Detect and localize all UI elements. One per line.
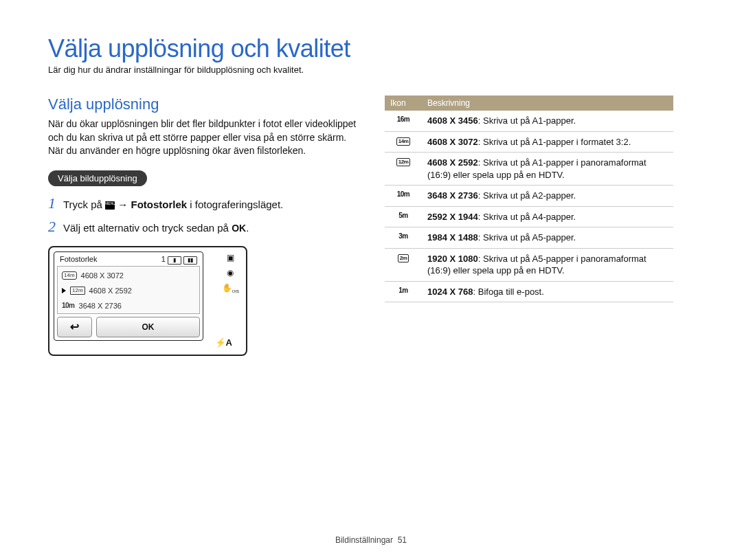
res-mini-icon: 1m	[398, 286, 407, 295]
back-button[interactable]: ↩	[57, 317, 92, 337]
res-label: 4608 X 3072	[81, 271, 124, 280]
res-desc-cell: 1920 X 1080: Skriva ut på A5-papper i pa…	[422, 248, 673, 281]
footer-page-number: 51	[398, 535, 407, 545]
res-desc-cell: 1984 X 1488: Skriva ut på A5-papper.	[422, 227, 673, 249]
res-icon-cell: 1m	[385, 281, 422, 302]
page-title: Välja upplösning och kvalitet	[48, 34, 694, 63]
res-value: 1024 X 768	[427, 287, 473, 297]
res-mini-icon: 12m	[396, 158, 411, 166]
table-row: 1m1024 X 768: Bifoga till e-post.	[385, 281, 673, 302]
res-label: 3648 X 2736	[79, 302, 122, 310]
step-1-pre: Tryck på	[63, 199, 105, 210]
step-2-pre: Välj ett alternativ och tryck sedan på	[63, 222, 232, 234]
page-footer: Bildinställningar 51	[0, 535, 742, 545]
generic-status-icon: ▣	[227, 253, 234, 262]
section-heading: Välja upplösning	[48, 96, 364, 113]
step-1-bold: Fotostorlek	[131, 199, 187, 210]
res-icon-cell: 12m	[385, 153, 422, 186]
res-icon-cell: 2m	[385, 248, 422, 281]
step-1-post: i fotograferingsläget.	[187, 199, 283, 210]
side-icons-column: ▣ ◉ ✋OIS	[222, 253, 239, 293]
res-icon-cell: 10m	[385, 186, 422, 207]
ok-icon: OK	[232, 221, 246, 236]
camera-screenshot: Fotostorlek 1 ▮ ▮▮ 14m 4608 X 3072	[48, 246, 247, 356]
table-row: 2m1920 X 1080: Skriva ut på A5-papper i …	[385, 248, 673, 281]
table-row: 16m4608 X 3456: Skriva ut på A1-papper.	[385, 111, 673, 131]
screenshot-title: Fotostorlek	[60, 255, 97, 265]
sub-heading-pill: Välja bildupplösning	[48, 170, 147, 186]
generic-status-icon: ◉	[227, 268, 234, 278]
screenshot-count: 1	[161, 255, 166, 263]
step-2: 2 Välj ett alternativ och tryck sedan på…	[48, 218, 364, 236]
step-number: 1	[48, 194, 63, 212]
res-mini-icon: 2m	[398, 254, 409, 262]
res-icon: 12m	[70, 287, 85, 295]
list-item[interactable]: 10m 3648 X 2736	[58, 298, 199, 313]
res-desc-cell: 4608 X 2592: Skriva ut på A1-papper i pa…	[422, 153, 673, 186]
res-icon-cell: 3m	[385, 227, 422, 249]
res-value: 4608 X 3456	[427, 115, 478, 126]
menu-icon: MENU	[105, 201, 115, 210]
res-desc: : Skriva ut på A2-papper.	[478, 190, 576, 201]
res-icon: 14m	[62, 271, 77, 280]
page-subtitle: Lär dig hur du ändrar inställningar för …	[48, 65, 694, 75]
back-arrow-icon: ↩	[70, 320, 79, 333]
step-1-arrow: →	[115, 199, 131, 210]
res-mini-icon: 10m	[397, 190, 410, 199]
res-value: 1920 X 1080	[427, 254, 478, 264]
res-desc: : Skriva ut på A5-papper.	[478, 232, 576, 243]
right-column: Ikon Beskrivning 16m4608 X 3456: Skriva …	[385, 96, 673, 356]
table-row: 12m4608 X 2592: Skriva ut på A1-papper i…	[385, 153, 673, 186]
table-row: 10m3648 X 2736: Skriva ut på A2-papper.	[385, 186, 673, 207]
card-icon: ▮	[168, 256, 181, 265]
res-icon-cell: 14m	[385, 131, 422, 153]
res-mini-icon: 16m	[397, 115, 410, 124]
res-value: 1984 X 1488	[427, 232, 478, 243]
res-mini-icon: 14m	[396, 137, 411, 146]
ok-button[interactable]: OK	[96, 317, 200, 337]
table-row: 5m2592 X 1944: Skriva ut på A4-papper.	[385, 206, 673, 227]
res-icon: 10m	[62, 302, 75, 309]
flash-icon: ⚡A	[215, 337, 232, 348]
res-label: 4608 X 2592	[89, 287, 132, 295]
step-1: 1 Tryck på MENU → Fotostorlek i fotograf…	[48, 194, 364, 213]
res-mini-icon: 3m	[398, 232, 407, 241]
res-desc: : Skriva ut på A1-papper.	[478, 115, 576, 126]
resolution-table: Ikon Beskrivning 16m4608 X 3456: Skriva …	[385, 96, 673, 302]
battery-icon: ▮▮	[183, 256, 197, 265]
res-value: 4608 X 3072	[427, 137, 478, 147]
table-header-desc: Beskrivning	[422, 96, 673, 111]
res-value: 4608 X 2592	[427, 157, 478, 168]
table-row: 3m1984 X 1488: Skriva ut på A5-papper.	[385, 227, 673, 249]
res-desc-cell: 4608 X 3072: Skriva ut på A1-papper i fo…	[422, 131, 673, 153]
step-number: 2	[48, 218, 63, 236]
res-value: 3648 X 2736	[427, 190, 478, 201]
selection-pointer-icon	[62, 288, 66, 293]
res-desc: : Skriva ut på A4-papper.	[478, 212, 576, 222]
res-desc-cell: 2592 X 1944: Skriva ut på A4-papper.	[422, 206, 673, 227]
res-value: 2592 X 1944	[427, 212, 478, 222]
list-item[interactable]: 14m 4608 X 3072	[58, 268, 199, 283]
res-mini-icon: 5m	[398, 211, 407, 221]
table-row: 14m4608 X 3072: Skriva ut på A1-papper i…	[385, 131, 673, 153]
res-desc-cell: 1024 X 768: Bifoga till e-post.	[422, 281, 673, 302]
ois-icon: ✋OIS	[222, 283, 239, 293]
res-desc-cell: 3648 X 2736: Skriva ut på A2-papper.	[422, 186, 673, 207]
step-2-post: .	[246, 222, 249, 234]
res-icon-cell: 5m	[385, 206, 422, 227]
table-header-icon: Ikon	[385, 96, 422, 111]
left-column: Välja upplösning När du ökar upplösninge…	[48, 96, 364, 356]
list-item[interactable]: 12m 4608 X 2592	[58, 283, 199, 298]
res-icon-cell: 16m	[385, 111, 422, 131]
res-desc: : Skriva ut på A1-papper i formatet 3:2.	[478, 137, 631, 147]
screenshot-list: 14m 4608 X 3072 12m 4608 X 2592 10m 3648…	[57, 266, 200, 314]
res-desc-cell: 4608 X 3456: Skriva ut på A1-papper.	[422, 111, 673, 131]
res-desc: : Bifoga till e-post.	[473, 287, 544, 297]
intro-paragraph: När du ökar upplösningen blir det fler b…	[48, 117, 364, 158]
footer-label: Bildinställningar	[335, 535, 393, 545]
